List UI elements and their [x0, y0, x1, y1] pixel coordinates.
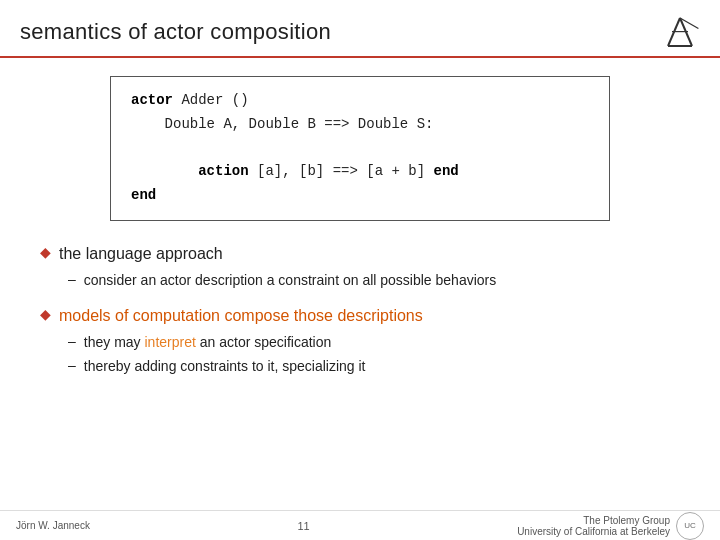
code-line-1: actor Adder () Double A, Double B ==> Do… — [131, 89, 589, 208]
header: semantics of actor composition — [0, 0, 720, 58]
footer-author: Jörn W. Janneck — [16, 520, 90, 531]
keyword-end: end — [131, 187, 156, 203]
sub-bullet-row-2-2: – thereby adding constraints to it, spec… — [68, 357, 690, 377]
bullet-row-2: ◆ models of computation compose those de… — [40, 305, 690, 327]
sub-text-1-1: consider an actor description a constrai… — [84, 271, 496, 291]
bullet-section-1: ◆ the language approach – consider an ac… — [30, 243, 690, 291]
bullet-text-1: the language approach — [59, 243, 223, 265]
keyword-actor: actor — [131, 92, 173, 108]
sub-dash-1-1: – — [68, 271, 76, 287]
bullet-section-2: ◆ models of computation compose those de… — [30, 305, 690, 377]
highlight-interpret: interpret — [145, 334, 196, 350]
footer-seal-icon: UC — [676, 512, 704, 540]
keyword-end-action: end — [433, 163, 458, 179]
sub-bullets-2: – they may interpret an actor specificat… — [68, 333, 690, 376]
sub-text-2-1: they may interpret an actor specificatio… — [84, 333, 331, 353]
sub-dash-2-1: – — [68, 333, 76, 349]
ptolemy-logo-icon — [660, 14, 700, 50]
bullet-text-2: models of computation compose those desc… — [59, 305, 423, 327]
main-content: actor Adder () Double A, Double B ==> Do… — [0, 58, 720, 401]
bullet-diamond-2: ◆ — [40, 306, 51, 322]
footer: Jörn W. Janneck 11 The Ptolemy Group Uni… — [0, 510, 720, 540]
keyword-action: action — [198, 163, 248, 179]
bullet-diamond-1: ◆ — [40, 244, 51, 260]
footer-page-number: 11 — [297, 520, 309, 532]
sub-bullet-row-1-1: – consider an actor description a constr… — [68, 271, 690, 291]
footer-right-container: The Ptolemy Group University of Californ… — [517, 512, 704, 540]
sub-bullets-1: – consider an actor description a constr… — [68, 271, 690, 291]
code-block: actor Adder () Double A, Double B ==> Do… — [110, 76, 610, 221]
bullet-row-1: ◆ the language approach — [40, 243, 690, 265]
page-title: semantics of actor composition — [20, 19, 331, 45]
sub-dash-2-2: – — [68, 357, 76, 373]
sub-bullet-row-2-1: – they may interpret an actor specificat… — [68, 333, 690, 353]
footer-institution: The Ptolemy Group University of Californ… — [517, 515, 670, 537]
sub-text-2-2: thereby adding constraints to it, specia… — [84, 357, 366, 377]
